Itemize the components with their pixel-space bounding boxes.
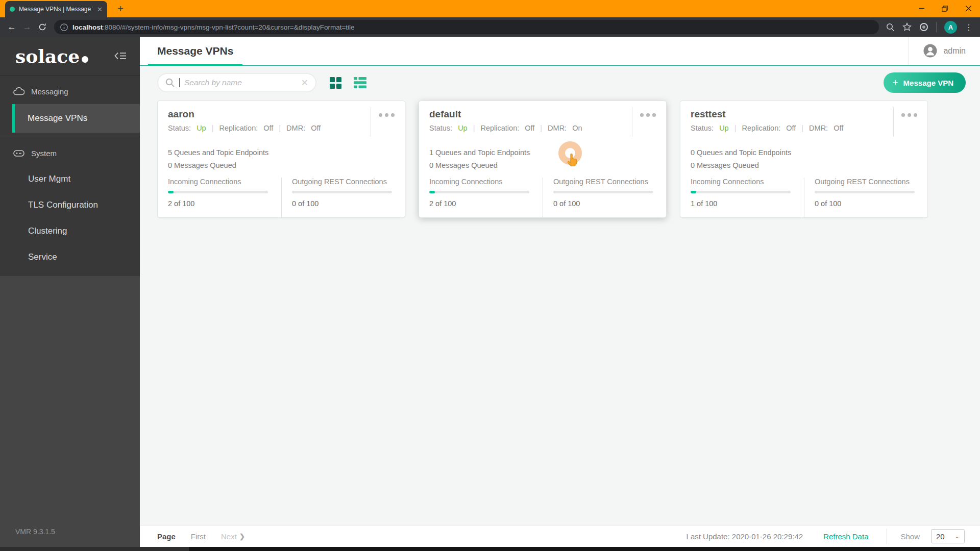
show-label: Show <box>900 532 920 541</box>
list-view-icon[interactable] <box>354 77 366 88</box>
queues-line: 0 Queues and Topic Endpoints <box>691 146 917 159</box>
dmr-value: On <box>572 124 582 132</box>
bookmark-star-icon[interactable] <box>902 22 912 32</box>
vpn-name: resttest <box>680 101 927 120</box>
window-minimize-button[interactable] <box>910 0 933 17</box>
replication-value: Off <box>786 124 796 132</box>
extension-icon[interactable] <box>919 22 928 32</box>
incoming-progress-bar <box>691 191 791 193</box>
incoming-progress-bar <box>429 191 529 193</box>
sidebar-item-clustering[interactable]: Clustering <box>0 218 140 244</box>
tile-view-icon[interactable] <box>330 77 341 89</box>
footer-divider <box>887 529 887 544</box>
search-box[interactable]: ✕ <box>157 73 316 92</box>
outgoing-rest-value: 0 of 100 <box>292 199 395 208</box>
toolbar-divider <box>936 22 937 32</box>
first-page-button[interactable]: First <box>191 532 206 541</box>
card-menu-icon[interactable] <box>640 113 656 117</box>
browser-titlebar: Message VPNs | Message VPNs | ✕ + <box>0 0 980 17</box>
page-info-icon[interactable] <box>60 23 68 31</box>
browser-menu-icon[interactable]: ⋮ <box>965 22 973 32</box>
main-content: Message VPNs admin ✕ <box>140 37 980 547</box>
url-path: :8080/#/system-info/msg-vpns/msg-vpn-lis… <box>103 23 354 31</box>
vpn-card-aaron[interactable]: aaron Status: Up | Replication: Off | DM… <box>157 101 405 218</box>
clear-search-icon[interactable]: ✕ <box>301 78 308 88</box>
outgoing-rest-label: Outgoing REST Connections <box>815 178 917 186</box>
window-close-button[interactable] <box>957 0 980 17</box>
back-icon[interactable]: ← <box>4 22 19 32</box>
chevron-right-icon: ❯ <box>239 533 245 540</box>
incoming-connections-value: 2 of 100 <box>168 199 271 208</box>
messages-line: 0 Messages Queued <box>168 159 395 172</box>
browser-toolbar: ← → localhost:8080/#/system-info/msg-vpn… <box>0 17 980 37</box>
zoom-page-icon[interactable] <box>886 23 895 32</box>
logged-in-user[interactable]: admin <box>943 46 966 56</box>
system-icon <box>13 150 24 157</box>
status-value: Up <box>197 124 206 132</box>
plus-icon: + <box>893 77 898 88</box>
dmr-value: Off <box>834 124 843 132</box>
refresh-icon[interactable] <box>35 23 50 31</box>
forward-icon[interactable]: → <box>19 22 35 32</box>
incoming-connections-label: Incoming Connections <box>429 178 532 186</box>
card-menu-icon[interactable] <box>901 113 917 117</box>
tab-favicon-icon <box>10 7 15 12</box>
sidebar-divider <box>0 137 140 137</box>
page-size-select[interactable]: 20 ⌄ <box>931 529 965 543</box>
dmr-label: DMR: <box>548 124 567 132</box>
replication-value: Off <box>525 124 534 132</box>
collapse-sidebar-icon[interactable] <box>114 52 127 60</box>
page-header: Message VPNs admin <box>140 37 980 66</box>
vpn-name: aaron <box>158 101 405 120</box>
sidebar-item-service[interactable]: Service <box>0 244 140 270</box>
sidebar-bottom-panel: VMR 9.3.1.5 <box>0 275 140 547</box>
add-message-vpn-button[interactable]: + Message VPN <box>884 72 966 93</box>
url-host: localhost <box>72 23 103 31</box>
search-icon <box>165 78 175 87</box>
sidebar-item-message-vpns[interactable]: Message VPNs <box>12 104 140 133</box>
sidebar-section-label: Messaging <box>31 87 68 96</box>
logo-dot-icon <box>82 56 88 63</box>
refresh-data-link[interactable]: Refresh Data <box>823 532 868 541</box>
queues-line: 5 Queues and Topic Endpoints <box>168 146 395 159</box>
outgoing-rest-label: Outgoing REST Connections <box>292 178 395 186</box>
replication-label: Replication: <box>742 124 780 132</box>
replication-label: Replication: <box>480 124 519 132</box>
dmr-label: DMR: <box>286 124 305 132</box>
outgoing-rest-value: 0 of 100 <box>815 199 917 208</box>
vpn-card-resttest[interactable]: resttest Status: Up | Replication: Off |… <box>680 101 928 218</box>
outgoing-rest-label: Outgoing REST Connections <box>553 178 656 186</box>
sidebar-item-tls-configuration[interactable]: TLS Configuration <box>0 192 140 218</box>
sidebar-item-user-mgmt[interactable]: User Mgmt <box>0 166 140 192</box>
browser-profile-avatar[interactable]: A <box>944 21 957 34</box>
text-caret <box>179 78 180 87</box>
controls-row: ✕ + Message VPN <box>140 66 980 97</box>
next-page-button[interactable]: Next ❯ <box>221 532 245 541</box>
vmr-version-label: VMR 9.3.1.5 <box>15 528 55 536</box>
window-bottom-edge <box>0 547 980 551</box>
status-label: Status: <box>691 124 714 132</box>
incoming-connections-label: Incoming Connections <box>691 178 794 186</box>
window-restore-button[interactable] <box>933 0 957 17</box>
last-update-label: Last Update: 2020-01-26 20:29:42 <box>687 532 803 541</box>
outgoing-progress-bar <box>292 191 392 193</box>
vpn-name: default <box>419 101 666 120</box>
outgoing-progress-bar <box>553 191 653 193</box>
card-menu-icon[interactable] <box>379 113 395 117</box>
user-avatar-icon[interactable] <box>923 44 937 58</box>
tab-close-icon[interactable]: ✕ <box>97 6 103 13</box>
browser-tab[interactable]: Message VPNs | Message VPNs | ✕ <box>5 1 107 17</box>
sidebar-section-system: System <box>0 140 140 166</box>
address-bar[interactable]: localhost:8080/#/system-info/msg-vpns/ms… <box>54 20 879 34</box>
vpn-card-default[interactable]: default Status: Up | Replication: Off | … <box>419 101 667 218</box>
outgoing-rest-value: 0 of 100 <box>553 199 656 208</box>
outgoing-progress-bar <box>815 191 915 193</box>
sidebar-section-label: System <box>31 149 57 158</box>
search-input[interactable] <box>184 78 297 87</box>
new-tab-button[interactable]: + <box>114 3 127 15</box>
card-header-divider <box>893 107 894 137</box>
queues-line: 1 Queues and Topic Endpoints <box>429 146 656 159</box>
page-title: Message VPNs <box>157 37 233 65</box>
hand-cursor-icon <box>567 154 578 167</box>
cloud-icon <box>13 87 24 95</box>
